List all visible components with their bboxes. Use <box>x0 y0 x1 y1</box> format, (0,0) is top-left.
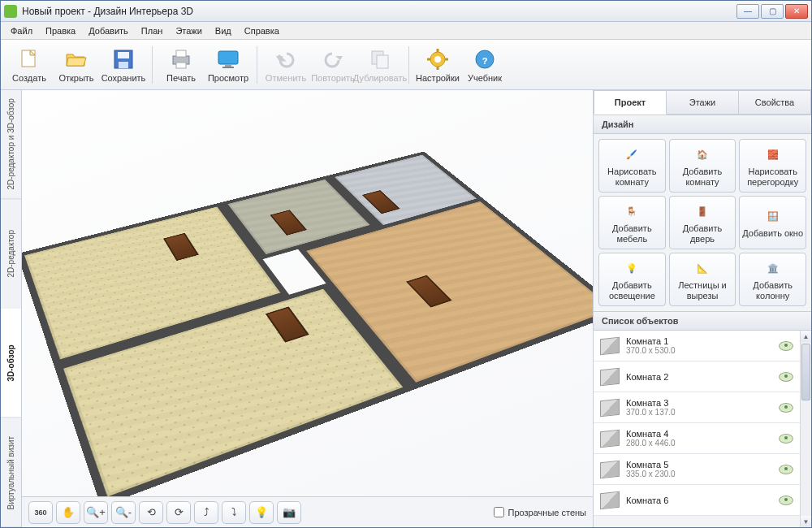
room-icon <box>600 398 620 417</box>
svg-point-13 <box>434 56 441 63</box>
toolbar-separator <box>408 46 409 84</box>
right-panel: Проект Этажи Свойства Дизайн 🖌️Нарисоват… <box>594 90 811 527</box>
draw-partition-button[interactable]: 🧱Нарисовать перегородку <box>739 139 806 193</box>
menu-floors[interactable]: Этажи <box>169 24 208 38</box>
right-tabs: Проект Этажи Свойства <box>594 90 811 115</box>
settings-button[interactable]: Настройки <box>414 42 461 88</box>
add-lighting-button[interactable]: 💡Добавить освещение <box>598 253 666 306</box>
menu-add[interactable]: Добавить <box>82 24 135 38</box>
scroll-down-button[interactable]: ▼ <box>801 516 811 527</box>
add-furniture-button[interactable]: 🪑Добавить мебель <box>598 196 666 249</box>
room-icon <box>600 429 620 448</box>
svg-rect-7 <box>218 51 238 64</box>
visibility-toggle[interactable] <box>779 372 793 382</box>
stairs-cutouts-button[interactable]: 📐Лестницы и вырезы <box>669 253 736 306</box>
menu-help[interactable]: Справка <box>238 24 286 38</box>
undo-button[interactable]: Отменить <box>262 42 309 88</box>
titlebar: Новый проект - Дизайн Интерьера 3D — ▢ ✕ <box>1 1 811 22</box>
gear-icon <box>425 47 450 71</box>
pan-button[interactable]: ✋ <box>56 501 80 524</box>
toolbar-separator <box>152 46 153 84</box>
brick-wall-icon: 🧱 <box>762 145 784 164</box>
objects-section-header: Список объектов <box>594 311 811 331</box>
lefttab-3d-view[interactable]: 3D-обзор <box>1 309 21 418</box>
workspace: 2D-редактор и 3D-обзор 2D-редактор 3D-об… <box>1 90 811 527</box>
zoom-in-button[interactable]: 🔍+ <box>84 501 108 524</box>
open-button[interactable]: Открыть <box>53 42 100 88</box>
door-icon: 🚪 <box>692 201 713 221</box>
app-window: Новый проект - Дизайн Интерьера 3D — ▢ ✕… <box>0 0 812 528</box>
svg-rect-8 <box>225 64 231 67</box>
tutorial-button[interactable]: ?Учебник <box>461 42 508 88</box>
visibility-toggle[interactable] <box>779 403 793 413</box>
tab-project[interactable]: Проект <box>594 90 667 115</box>
list-item[interactable]: Комната 3370.0 x 137.0 <box>594 392 800 423</box>
undo-icon <box>274 47 298 71</box>
window-controls: — ▢ ✕ <box>736 4 808 19</box>
scrollbar[interactable]: ▲ ▼ <box>800 331 811 527</box>
orbit-360-button[interactable]: 360 <box>28 501 53 524</box>
zoom-out-button[interactable]: 🔍- <box>111 501 136 524</box>
rotate-button[interactable]: ⟲ <box>139 501 163 524</box>
svg-rect-3 <box>119 62 128 68</box>
list-item[interactable]: Комната 4280.0 x 446.0 <box>594 423 800 454</box>
3d-canvas[interactable] <box>22 90 593 496</box>
draw-room-button[interactable]: 🖌️Нарисовать комнату <box>598 139 666 193</box>
room-icon <box>600 491 620 509</box>
lefttab-combo[interactable]: 2D-редактор и 3D-обзор <box>1 90 21 200</box>
light-toggle-button[interactable]: 💡 <box>249 501 274 524</box>
armchair-icon: 🪑 <box>621 201 642 221</box>
lightbulb-icon: 💡 <box>621 258 642 278</box>
transparent-walls-input[interactable] <box>494 507 504 517</box>
visibility-toggle[interactable] <box>779 434 793 444</box>
left-tabstrip: 2D-редактор и 3D-обзор 2D-редактор 3D-об… <box>1 90 22 527</box>
rotate-ccw-button[interactable]: ⟳ <box>166 501 191 524</box>
minimize-button[interactable]: — <box>736 4 759 19</box>
close-button[interactable]: ✕ <box>785 4 808 19</box>
lefttab-virtual-visit[interactable]: Виртуальный визит <box>1 418 21 528</box>
maximize-button[interactable]: ▢ <box>761 4 784 19</box>
add-door-button[interactable]: 🚪Добавить дверь <box>669 196 736 249</box>
list-item[interactable]: Комната 5335.0 x 230.0 <box>594 454 800 485</box>
create-button[interactable]: Создать <box>6 42 53 88</box>
help-icon: ? <box>473 47 497 71</box>
folder-open-icon <box>64 47 89 71</box>
tab-properties[interactable]: Свойства <box>739 90 811 115</box>
duplicate-button[interactable]: Дублировать <box>356 42 404 88</box>
visibility-toggle[interactable] <box>779 496 793 505</box>
visibility-toggle[interactable] <box>779 341 793 351</box>
tilt-down-button[interactable]: ⤵ <box>222 501 246 524</box>
column-icon: 🏛️ <box>762 258 784 278</box>
preview-button[interactable]: Просмотр <box>205 42 252 88</box>
window-title: Новый проект - Дизайн Интерьера 3D <box>22 6 736 17</box>
scroll-up-button[interactable]: ▲ <box>801 331 811 342</box>
room-icon <box>600 336 620 355</box>
print-button[interactable]: Печать <box>158 42 205 88</box>
tilt-up-button[interactable]: ⤴ <box>194 501 218 524</box>
add-room-icon: 🏠 <box>692 145 713 164</box>
monitor-icon <box>216 47 240 71</box>
menu-view[interactable]: Вид <box>209 24 238 38</box>
visibility-toggle[interactable] <box>779 465 793 474</box>
transparent-walls-checkbox[interactable]: Прозрачные стены <box>494 507 586 517</box>
menu-plan[interactable]: План <box>135 24 170 38</box>
save-button[interactable]: Сохранить <box>100 42 147 88</box>
tab-floors[interactable]: Этажи <box>667 90 739 115</box>
scroll-thumb[interactable] <box>801 344 810 400</box>
view-toolbar: 360 ✋ 🔍+ 🔍- ⟲ ⟳ ⤴ ⤵ 💡 📷 Прозрачные стены <box>22 496 593 527</box>
redo-button[interactable]: Повторить <box>309 42 356 88</box>
lefttab-2d-editor[interactable]: 2D-редактор <box>1 200 21 309</box>
list-item[interactable]: Комната 2 <box>594 361 800 392</box>
viewport: 360 ✋ 🔍+ 🔍- ⟲ ⟳ ⤴ ⤵ 💡 📷 Прозрачные стены <box>22 90 594 527</box>
add-room-button[interactable]: 🏠Добавить комнату <box>669 139 736 193</box>
add-column-button[interactable]: 🏛️Добавить колонну <box>739 253 806 306</box>
object-list: Комната 1370.0 x 530.0 Комната 2 Комната… <box>594 331 811 527</box>
menu-edit[interactable]: Правка <box>39 24 82 38</box>
app-icon <box>4 5 17 18</box>
svg-rect-5 <box>176 50 186 57</box>
camera-button[interactable]: 📷 <box>277 501 301 524</box>
menu-file[interactable]: Файл <box>4 24 39 38</box>
list-item[interactable]: Комната 1370.0 x 530.0 <box>594 331 800 361</box>
list-item[interactable]: Комната 6 <box>594 485 800 516</box>
add-window-button[interactable]: 🪟Добавить окно <box>739 196 806 249</box>
